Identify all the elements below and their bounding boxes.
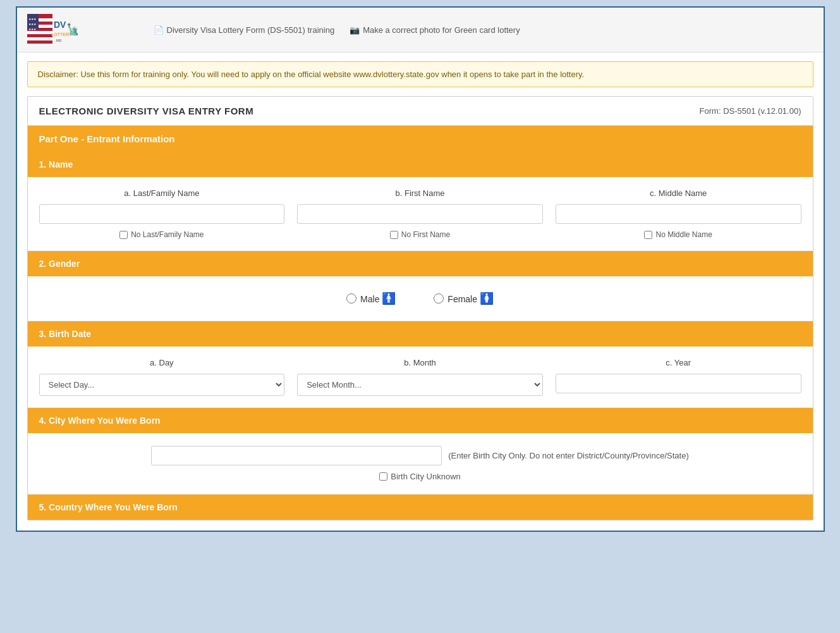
page-container: ★★★ ★★★ ★★★ DV LOTTERY .ME 🗽 📄 Diversity…: [16, 6, 825, 532]
middle-name-input[interactable]: [556, 204, 801, 224]
no-middle-name-label: No Middle Name: [655, 230, 712, 239]
no-first-name-checkbox[interactable]: [390, 231, 398, 239]
birth-city-unknown-row: Birth City Unknown: [379, 472, 461, 481]
no-last-name-row: No Last/Family Name: [39, 230, 285, 239]
no-first-name-row: No First Name: [297, 230, 543, 239]
svg-text:DV: DV: [54, 20, 66, 30]
disclaimer-banner: Disclaimer: Use this form for training o…: [27, 61, 813, 87]
svg-text:🗽: 🗽: [66, 22, 78, 36]
form-container: ELECTRONIC DIVERSITY VISA ENTRY FORM For…: [27, 96, 813, 520]
svg-rect-5: [27, 44, 52, 46]
site-logo: ★★★ ★★★ ★★★ DV LOTTERY .ME 🗽: [27, 14, 78, 46]
nav-links: 📄 Diversity Visa Lottery Form (DS-5501) …: [154, 25, 520, 35]
gender-row: Male 🚹 Female 🚺: [28, 276, 813, 321]
no-first-name-label: No First Name: [401, 230, 450, 239]
logo-area: ★★★ ★★★ ★★★ DV LOTTERY .ME 🗽: [27, 14, 141, 46]
no-middle-name-checkbox[interactable]: [644, 231, 652, 239]
birth-city-input-area: (Enter Birth City Only. Do not enter Dis…: [39, 446, 801, 465]
svg-text:★★★: ★★★: [28, 27, 37, 31]
year-input[interactable]: [556, 374, 801, 393]
section-birth-country-header: 5. Country Where You Were Born: [28, 495, 813, 520]
no-middle-name-row: No Middle Name: [556, 230, 801, 239]
birth-city-input[interactable]: [151, 446, 442, 465]
last-name-col: a. Last/Family Name No Last/Family Name: [39, 188, 285, 239]
name-fields-row: a. Last/Family Name No Last/Family Name …: [28, 177, 813, 251]
female-label: Female 🚺: [447, 292, 494, 305]
svg-rect-4: [27, 37, 52, 40]
first-name-col: b. First Name No First Name: [297, 188, 543, 239]
part-one-header: Part One - Entrant Information: [28, 126, 813, 152]
month-select[interactable]: Select Month... JanuaryFebruaryMarch Apr…: [297, 374, 543, 396]
nav-link-form[interactable]: 📄 Diversity Visa Lottery Form (DS-5501) …: [154, 25, 335, 35]
day-col: a. Day Select Day... 12345 678910 111213…: [39, 358, 285, 396]
section-name-header: 1. Name: [28, 152, 813, 177]
form-version: Form: DS-5501 (v.12.01.00): [700, 106, 801, 116]
day-select[interactable]: Select Day... 12345 678910 1112131415 16…: [39, 374, 285, 396]
middle-name-col: c. Middle Name No Middle Name: [556, 188, 801, 239]
site-header: ★★★ ★★★ ★★★ DV LOTTERY .ME 🗽 📄 Diversity…: [17, 8, 824, 52]
form-title: ELECTRONIC DIVERSITY VISA ENTRY FORM: [39, 106, 254, 116]
document-icon: 📄: [154, 25, 164, 35]
no-last-name-label: No Last/Family Name: [131, 230, 204, 239]
section-birth-city-header: 4. City Where You Were Born: [28, 408, 813, 433]
last-name-input[interactable]: [39, 204, 285, 224]
year-label: c. Year: [556, 358, 801, 367]
form-header: ELECTRONIC DIVERSITY VISA ENTRY FORM For…: [28, 97, 813, 126]
section-birth-date-header: 3. Birth Date: [28, 321, 813, 347]
male-label: Male 🚹: [360, 292, 396, 305]
no-last-name-checkbox[interactable]: [119, 231, 128, 239]
female-option: Female 🚺: [434, 292, 494, 305]
nav-link-photo[interactable]: 📷 Make a correct photo for Green card lo…: [350, 25, 520, 35]
svg-text:★★★: ★★★: [28, 17, 37, 21]
male-radio[interactable]: [346, 293, 356, 304]
day-label: a. Day: [39, 358, 285, 367]
year-col: c. Year: [556, 358, 801, 396]
month-col: b. Month Select Month... JanuaryFebruary…: [297, 358, 543, 396]
birth-city-unknown-checkbox[interactable]: [379, 472, 387, 481]
birth-city-row: (Enter Birth City Only. Do not enter Dis…: [28, 433, 813, 495]
first-name-input[interactable]: [297, 204, 543, 224]
middle-name-label: c. Middle Name: [556, 188, 801, 198]
month-label: b. Month: [297, 358, 543, 367]
birthdate-row: a. Day Select Day... 12345 678910 111213…: [28, 347, 813, 408]
female-radio[interactable]: [434, 293, 444, 304]
camera-icon: 📷: [350, 25, 360, 35]
svg-text:★★★: ★★★: [28, 22, 37, 26]
first-name-label: b. First Name: [297, 188, 543, 198]
birth-city-hint: (Enter Birth City Only. Do not enter Dis…: [448, 451, 689, 460]
female-icon: 🚺: [480, 292, 494, 305]
svg-text:.ME: .ME: [55, 39, 62, 42]
male-icon: 🚹: [382, 292, 396, 305]
svg-rect-3: [27, 31, 52, 34]
birth-city-unknown-label: Birth City Unknown: [391, 472, 461, 481]
male-option: Male 🚹: [346, 292, 396, 305]
section-gender-header: 2. Gender: [28, 251, 813, 276]
last-name-label: a. Last/Family Name: [39, 188, 285, 198]
